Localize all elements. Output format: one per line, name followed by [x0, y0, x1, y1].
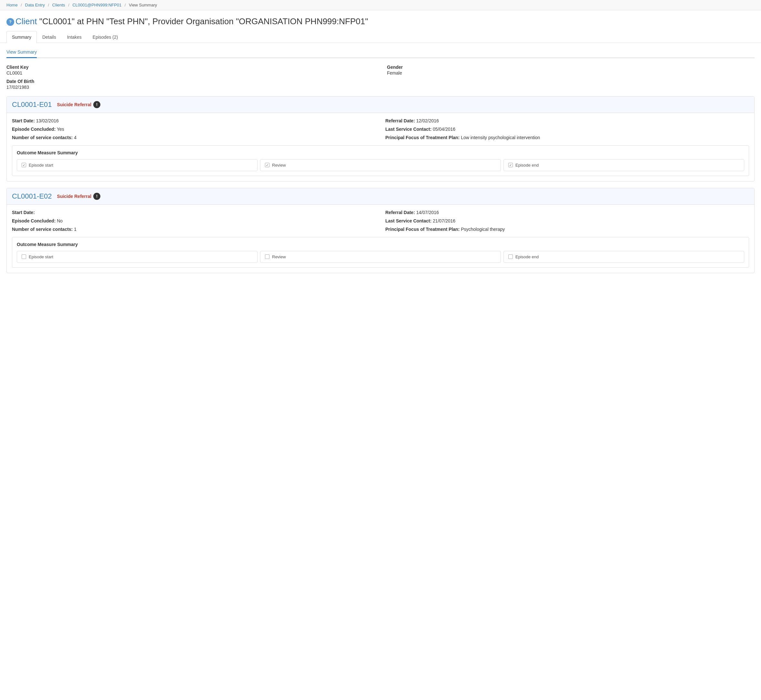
episode-fields-e02: Start Date: Referral Date: 14/07/2016 Ep…: [12, 210, 749, 232]
breadcrumb-current: View Summary: [129, 3, 157, 8]
page-title: ?Client "CL0001" at PHN "Test PHN", Prov…: [6, 16, 755, 27]
warning-icon-e02: !: [93, 193, 100, 200]
page-title-text: "CL0001" at PHN "Test PHN", Provider Org…: [37, 16, 368, 26]
suicide-referral-label-e01: Suicide Referral: [57, 102, 92, 107]
outcome-episode-start-e01: Episode start: [17, 159, 257, 171]
referral-date-e02: Referral Date: 14/07/2016: [385, 210, 749, 215]
dob-field: Date Of Birth 17/02/1983: [6, 79, 374, 90]
checkbox-episode-start-icon-e02: [22, 255, 26, 259]
outcome-episode-start-e02: Episode start: [17, 251, 257, 263]
outcome-review-e02: Review: [260, 251, 501, 263]
outcome-checkboxes-e01: Episode start Review Episode end: [17, 159, 744, 171]
principal-focus-label-e01: Principal Focus of Treatment Plan:: [385, 135, 460, 140]
episode-header-e02: CL0001-E02 Suicide Referral !: [7, 188, 754, 205]
checkbox-episode-end-icon-e02: [508, 255, 513, 259]
episode-id-e01[interactable]: CL0001-E01: [12, 100, 52, 109]
client-key-field: Client Key CL0001: [6, 64, 374, 75]
gender-label: Gender: [387, 64, 755, 70]
suicide-referral-e02: Suicide Referral !: [57, 193, 101, 200]
suicide-referral-e01: Suicide Referral !: [57, 101, 101, 108]
episode-concluded-e02: Episode Concluded: No: [12, 218, 376, 223]
tab-details[interactable]: Details: [37, 31, 62, 43]
last-service-contact-label-e02: Last Service Contact:: [385, 218, 432, 223]
outcome-review-e01: Review: [260, 159, 501, 171]
client-key-value: CL0001: [6, 70, 22, 75]
tabs-container: Summary Details Intakes Episodes (2): [0, 31, 761, 43]
client-info-grid: Client Key CL0001 Gender Female Date Of …: [6, 64, 755, 90]
checkbox-review-label-e02: Review: [272, 255, 286, 259]
content-area: View Summary Client Key CL0001 Gender Fe…: [0, 43, 761, 286]
suicide-referral-label-e02: Suicide Referral: [57, 194, 92, 199]
outcome-summary-title-e02: Outcome Measure Summary: [17, 242, 744, 247]
checkbox-review-icon-e01: [265, 163, 270, 167]
view-summary-sub-tab[interactable]: View Summary: [6, 47, 37, 58]
episode-concluded-label-e01: Episode Concluded:: [12, 127, 56, 132]
episode-concluded-e01: Episode Concluded: Yes: [12, 127, 376, 132]
client-key-label: Client Key: [6, 64, 374, 70]
tabs: Summary Details Intakes Episodes (2): [6, 31, 755, 43]
referral-date-e01: Referral Date: 12/02/2016: [385, 118, 749, 123]
breadcrumb-clients[interactable]: Clients: [52, 3, 65, 8]
tab-intakes[interactable]: Intakes: [62, 31, 87, 43]
gender-field: Gender Female: [387, 64, 755, 75]
start-date-e01: Start Date: 13/02/2016: [12, 118, 376, 123]
breadcrumb-sep2: /: [48, 3, 49, 8]
breadcrumb-sep4: /: [125, 3, 126, 8]
breadcrumb-sep: /: [21, 3, 22, 8]
breadcrumb-data-entry[interactable]: Data Entry: [25, 3, 45, 8]
outcome-summary-title-e01: Outcome Measure Summary: [17, 150, 744, 155]
episode-id-e02[interactable]: CL0001-E02: [12, 192, 52, 200]
num-contacts-e01: Number of service contacts: 4: [12, 135, 376, 140]
breadcrumb-client-id[interactable]: CL0001@PHN999:NFP01: [72, 3, 122, 8]
breadcrumb-home[interactable]: Home: [6, 3, 18, 8]
gender-value: Female: [387, 70, 402, 75]
principal-focus-label-e02: Principal Focus of Treatment Plan:: [385, 227, 460, 232]
principal-focus-e01: Principal Focus of Treatment Plan: Low i…: [385, 135, 749, 140]
num-contacts-e02: Number of service contacts: 1: [12, 227, 376, 232]
checkbox-episode-end-label-e02: Episode end: [515, 255, 539, 259]
outcome-summary-e01: Outcome Measure Summary Episode start Re…: [12, 145, 749, 176]
outcome-episode-end-e01: Episode end: [504, 159, 744, 171]
help-icon[interactable]: ?: [6, 18, 14, 26]
last-service-contact-e02: Last Service Contact: 21/07/2016: [385, 218, 749, 223]
num-contacts-label-e02: Number of service contacts:: [12, 227, 73, 232]
dob-value: 17/02/1983: [6, 84, 29, 90]
page-header: ?Client "CL0001" at PHN "Test PHN", Prov…: [0, 10, 761, 31]
episode-body-e01: Start Date: 13/02/2016 Referral Date: 12…: [7, 113, 754, 181]
last-service-contact-label-e01: Last Service Contact:: [385, 127, 432, 132]
start-date-label-e01: Start Date:: [12, 118, 35, 123]
breadcrumb-sep3: /: [68, 3, 69, 8]
outcome-episode-end-e02: Episode end: [504, 251, 744, 263]
num-contacts-label-e01: Number of service contacts:: [12, 135, 73, 140]
start-date-label-e02: Start Date:: [12, 210, 35, 215]
client-link[interactable]: Client: [16, 16, 37, 26]
checkbox-episode-start-icon-e01: [22, 163, 26, 167]
breadcrumb: Home / Data Entry / Clients / CL0001@PHN…: [0, 0, 761, 10]
checkbox-episode-end-icon-e01: [508, 163, 513, 167]
episode-concluded-label-e02: Episode Concluded:: [12, 218, 56, 223]
sub-tab-bar: View Summary: [6, 43, 755, 58]
checkbox-episode-start-label-e02: Episode start: [29, 255, 53, 259]
checkbox-review-icon-e02: [265, 255, 270, 259]
episode-header-e01: CL0001-E01 Suicide Referral !: [7, 97, 754, 113]
dob-label: Date Of Birth: [6, 79, 374, 84]
tab-episodes[interactable]: Episodes (2): [87, 31, 123, 43]
last-service-contact-e01: Last Service Contact: 05/04/2016: [385, 127, 749, 132]
checkbox-review-label-e01: Review: [272, 163, 286, 167]
episode-fields-e01: Start Date: 13/02/2016 Referral Date: 12…: [12, 118, 749, 140]
outcome-checkboxes-e02: Episode start Review Episode end: [17, 251, 744, 263]
referral-date-label-e02: Referral Date:: [385, 210, 415, 215]
episode-card-e01: CL0001-E01 Suicide Referral ! Start Date…: [6, 96, 755, 181]
referral-date-label-e01: Referral Date:: [385, 118, 415, 123]
checkbox-episode-start-label-e01: Episode start: [29, 163, 53, 167]
episode-card-e02: CL0001-E02 Suicide Referral ! Start Date…: [6, 188, 755, 273]
tab-summary[interactable]: Summary: [6, 31, 37, 43]
episode-body-e02: Start Date: Referral Date: 14/07/2016 Ep…: [7, 205, 754, 273]
principal-focus-e02: Principal Focus of Treatment Plan: Psych…: [385, 227, 749, 232]
checkbox-episode-end-label-e01: Episode end: [515, 163, 539, 167]
start-date-e02: Start Date:: [12, 210, 376, 215]
outcome-summary-e02: Outcome Measure Summary Episode start Re…: [12, 237, 749, 268]
warning-icon-e01: !: [93, 101, 100, 108]
